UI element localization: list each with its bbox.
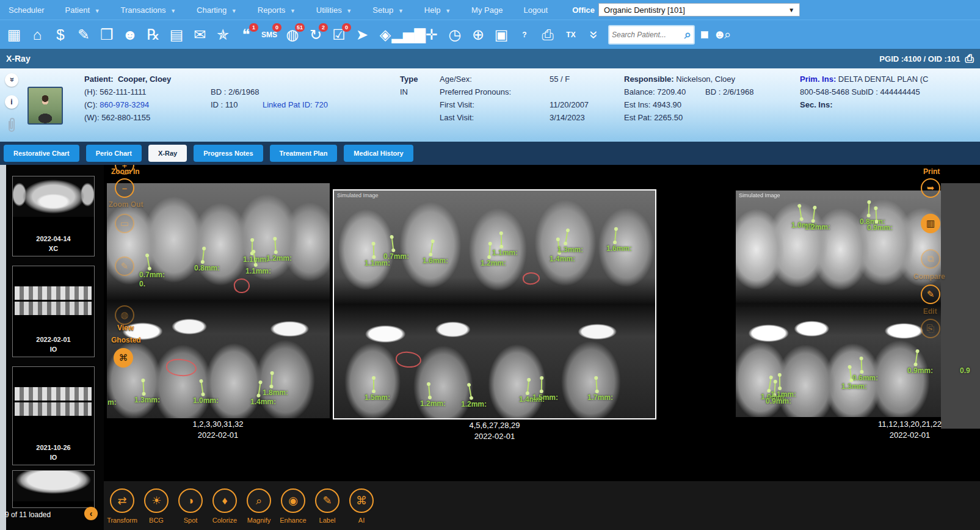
tooth-app-icon[interactable]: ▣ (490, 23, 512, 46)
fit-button[interactable]: ▭ (115, 214, 134, 233)
xray-image-3[interactable]: Simulated Image (736, 191, 941, 417)
measurement-label: 1.3mm: (557, 245, 583, 254)
starred-doc-icon[interactable]: ✯ (212, 23, 234, 46)
thumbnail-2[interactable]: 2022-02-01IO (12, 266, 95, 357)
thumbnail-date: 2021-10-26 (13, 444, 94, 451)
load-status: 9 of 11 loaded (5, 510, 51, 519)
search-input[interactable] (612, 31, 684, 39)
measurement-label: 0.6mm: (852, 374, 878, 382)
collapse-sidebar-button[interactable]: ‹ (84, 507, 98, 520)
info-icon[interactable]: i (5, 95, 18, 109)
paperclip-icon[interactable] (6, 117, 17, 133)
menu-item-help[interactable]: Help ▼ (424, 5, 451, 15)
person-search-icon[interactable]: ⌕ (684, 27, 691, 42)
menu-item-my-page[interactable]: My Page (471, 5, 503, 15)
measurement-marker (779, 376, 780, 388)
insurance-phone: 800-548-5468 SubID : 444444445 (800, 87, 920, 96)
payments-icon[interactable]: $ (49, 23, 71, 46)
magnify-button[interactable]: ⌕ (247, 488, 271, 513)
menu-item-setup[interactable]: Setup ▼ (372, 5, 404, 15)
sms-icon[interactable]: SMS0 (258, 23, 280, 46)
office-select[interactable]: Organic Dentistry [101] ▼ (598, 3, 800, 16)
measurement-label: 1.3mm: (134, 396, 160, 404)
ledger-icon[interactable]: ✎ (73, 23, 95, 46)
measurement-label: 1.5mm: (532, 393, 558, 402)
integrations-icon[interactable]: ✛ (421, 23, 443, 46)
tooth-question-icon[interactable]: ? (514, 23, 535, 46)
work-phone: (W): 562-880-1155 (84, 113, 150, 122)
menu-item-scheduler[interactable]: Scheduler (9, 5, 45, 15)
secondary-insurance: Sec. Ins: (800, 100, 832, 109)
scroll-strip[interactable] (0, 165, 6, 530)
bcg-button[interactable]: ☀ (144, 488, 169, 513)
collapse-toolbar-icon[interactable]: » (583, 24, 606, 46)
enhance-button[interactable]: ◉ (281, 488, 305, 513)
tooth-file-icon[interactable]: ❒ (96, 23, 118, 46)
edit-button[interactable]: ✎ (921, 285, 940, 304)
spot-button[interactable]: ◑ (178, 488, 203, 513)
measurement-label: 0.8mm: (194, 264, 220, 272)
menu-item-reports[interactable]: Reports ▼ (258, 5, 296, 15)
tab-perio-chart[interactable]: Perio Chart (86, 145, 142, 162)
bottom-toolbar: ⇄Transform☀BCG◑Spot♦Colorize⌕Magnify◉Enh… (104, 481, 980, 530)
last-visit-label: Last Visit: (440, 113, 474, 122)
measurement-label: 1.2mm: (805, 223, 830, 231)
menu-item-utilities[interactable]: Utilities ▼ (316, 5, 352, 15)
print-icon[interactable]: ⎙ (537, 23, 559, 46)
simulated-image-label: Simulated Image (736, 191, 783, 200)
menu-item-patient[interactable]: Patient ▼ (65, 5, 100, 15)
tx-calendar-icon[interactable]: TX (560, 23, 582, 46)
home-icon[interactable]: ⌂ (26, 23, 48, 46)
search-checkbox[interactable] (701, 31, 708, 38)
annotate-button[interactable]: ✎ (115, 256, 134, 276)
primary-insurance: Prim. Ins: DELTA DENTAL PLAN (C (800, 74, 928, 84)
tab-treatment-plan[interactable]: Treatment Plan (270, 145, 338, 162)
add-patient-icon[interactable]: ☻ (119, 23, 141, 46)
zoom-out-button[interactable]: − (115, 178, 134, 198)
tab-progress-notes[interactable]: Progress Notes (194, 145, 263, 162)
tab-x-ray[interactable]: X-Ray (148, 145, 187, 162)
prescriptions-icon[interactable]: ℞ (142, 23, 164, 46)
colorize-button[interactable]: ♦ (212, 488, 237, 513)
shield-arrow-icon[interactable]: ➤ (351, 23, 373, 46)
people-search-icon[interactable]: ☻⌕ (713, 27, 729, 42)
measurement-label: 0.7mm: (139, 270, 165, 279)
xray-image-1[interactable] (107, 183, 330, 418)
ai-compare-button[interactable]: ⌘ (114, 348, 133, 368)
tab-restorative-chart[interactable]: Restorative Chart (4, 145, 79, 162)
web-activity-icon[interactable]: ◍51 (281, 23, 303, 46)
notes-icon[interactable]: ▤ (165, 23, 187, 46)
measurement-label: 1.1mm: (771, 390, 796, 399)
menu-item-logout[interactable]: Logout (523, 5, 548, 15)
printer-icon[interactable]: ⎙ (965, 53, 974, 65)
ai-button[interactable]: ⌘ (349, 488, 374, 513)
thumbnail-1[interactable]: 2022-04-14XC (12, 176, 95, 256)
patient-photo[interactable] (27, 87, 63, 125)
mail-icon[interactable]: ✉ (189, 23, 211, 46)
menu-item-transactions[interactable]: Transactions ▼ (121, 5, 176, 15)
messages-icon[interactable]: ❝1 (235, 23, 257, 46)
patient-sync-icon[interactable]: ↻2 (305, 23, 327, 46)
duplicate-button[interactable]: ⎘ (921, 319, 940, 338)
collapse-panel-button[interactable]: « (5, 73, 18, 87)
tab-medical-history[interactable]: Medical History (344, 145, 413, 162)
tasks-icon[interactable]: ☑0 (328, 23, 350, 46)
menu-item-charting[interactable]: Charting ▼ (197, 5, 237, 15)
export-button[interactable]: ▥ (921, 214, 940, 233)
web-launch-icon[interactable]: ⊕ (467, 23, 489, 46)
schedule-icon[interactable]: ▦ (3, 23, 25, 46)
thumbnail-3[interactable]: 2021-10-26IO (12, 366, 95, 465)
label-button[interactable]: ✎ (315, 488, 339, 513)
linked-patient-id[interactable]: Linked Pat ID: 720 (263, 100, 328, 109)
compare-button[interactable]: ⧉ (921, 249, 940, 269)
xray-image-2[interactable]: Simulated Image (333, 189, 656, 419)
share-button[interactable]: ➥ (921, 178, 940, 198)
thumbnail-4[interactable] (12, 470, 95, 508)
analytics-icon[interactable]: ▂▅▇ (397, 23, 419, 46)
time-clock-icon[interactable]: ◷ (444, 23, 466, 46)
ghost-view-button[interactable]: ◍ (115, 305, 134, 325)
measurement-label: 0.9 (960, 366, 970, 375)
office-label: Office (572, 5, 595, 15)
transform-button[interactable]: ⇄ (110, 488, 134, 513)
balance: Balance: 7209.40 (624, 87, 686, 96)
